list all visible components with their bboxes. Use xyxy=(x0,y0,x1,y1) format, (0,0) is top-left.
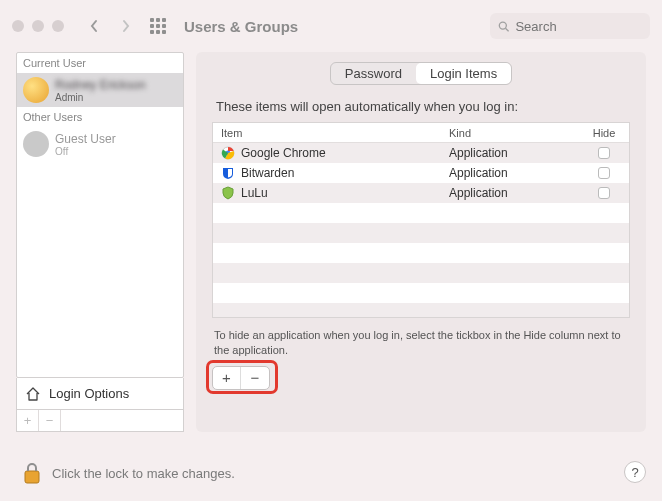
minimize-window[interactable] xyxy=(32,20,44,32)
table-row xyxy=(213,263,629,283)
avatar xyxy=(23,131,49,157)
section-other-users: Other Users xyxy=(17,107,183,127)
search-icon xyxy=(498,20,509,33)
login-options-button[interactable]: Login Options xyxy=(16,378,184,410)
section-current-user: Current User xyxy=(17,53,183,73)
remove-login-item[interactable]: − xyxy=(241,367,269,389)
sidebar-user-guest[interactable]: Guest User Off xyxy=(17,127,183,161)
toolbar: Users & Groups xyxy=(0,0,662,52)
svg-rect-4 xyxy=(25,471,39,483)
search-input[interactable] xyxy=(515,19,642,34)
user-name: Rodney Erickson xyxy=(55,78,146,92)
table-row[interactable]: LuLuApplication xyxy=(213,183,629,203)
sidebar: Current User Rodney Erickson Admin Other… xyxy=(16,52,184,432)
item-name: Google Chrome xyxy=(241,146,326,160)
svg-line-1 xyxy=(505,28,508,31)
lock-text: Click the lock to make changes. xyxy=(52,466,235,481)
bitwarden-icon xyxy=(221,166,235,180)
lulu-icon xyxy=(221,186,235,200)
lock-icon[interactable] xyxy=(22,461,42,485)
tab-password[interactable]: Password xyxy=(331,63,416,84)
user-role: Off xyxy=(55,146,116,157)
forward-button[interactable] xyxy=(114,14,138,38)
table-row xyxy=(213,243,629,263)
table-row xyxy=(213,223,629,243)
table-row[interactable]: BitwardenApplication xyxy=(213,163,629,183)
sidebar-add-remove: + − xyxy=(16,410,184,432)
window-controls xyxy=(12,20,64,32)
house-icon xyxy=(25,386,41,402)
add-remove-buttons: + − xyxy=(212,366,270,390)
hide-checkbox[interactable] xyxy=(598,167,610,179)
col-hide[interactable]: Hide xyxy=(579,127,629,139)
hide-checkbox[interactable] xyxy=(598,187,610,199)
show-all-button[interactable] xyxy=(146,14,170,38)
hide-hint: To hide an application when you log in, … xyxy=(214,328,628,358)
table-row xyxy=(213,303,629,318)
login-items-table: Item Kind Hide Google ChromeApplicationB… xyxy=(212,122,630,318)
item-kind: Application xyxy=(449,166,579,180)
sidebar-user-current[interactable]: Rodney Erickson Admin xyxy=(17,73,183,107)
item-name: Bitwarden xyxy=(241,166,294,180)
item-kind: Application xyxy=(449,146,579,160)
chrome-icon xyxy=(221,146,235,160)
avatar xyxy=(23,77,49,103)
search-field[interactable] xyxy=(490,13,650,39)
item-kind: Application xyxy=(449,186,579,200)
zoom-window[interactable] xyxy=(52,20,64,32)
user-list: Current User Rodney Erickson Admin Other… xyxy=(16,52,184,378)
table-row xyxy=(213,203,629,223)
grid-icon xyxy=(150,18,166,34)
lock-footer: Click the lock to make changes. xyxy=(22,461,235,485)
table-row xyxy=(213,283,629,303)
close-window[interactable] xyxy=(12,20,24,32)
col-kind[interactable]: Kind xyxy=(449,127,579,139)
sidebar-remove-user[interactable]: − xyxy=(39,410,61,431)
back-button[interactable] xyxy=(82,14,106,38)
login-options-label: Login Options xyxy=(49,386,129,401)
table-row[interactable]: Google ChromeApplication xyxy=(213,143,629,163)
item-name: LuLu xyxy=(241,186,268,200)
table-header: Item Kind Hide xyxy=(213,123,629,143)
sidebar-add-user[interactable]: + xyxy=(17,410,39,431)
svg-point-0 xyxy=(499,22,506,29)
hide-checkbox[interactable] xyxy=(598,147,610,159)
tab-login-items[interactable]: Login Items xyxy=(416,63,511,84)
login-items-caption: These items will open automatically when… xyxy=(216,99,626,114)
help-button[interactable]: ? xyxy=(624,461,646,483)
user-role: Admin xyxy=(55,92,146,103)
add-login-item[interactable]: + xyxy=(213,367,241,389)
main-panel: Password Login Items These items will op… xyxy=(196,52,646,432)
window-title: Users & Groups xyxy=(184,18,298,35)
user-name: Guest User xyxy=(55,132,116,146)
col-item[interactable]: Item xyxy=(213,127,449,139)
tab-bar: Password Login Items xyxy=(330,62,512,85)
